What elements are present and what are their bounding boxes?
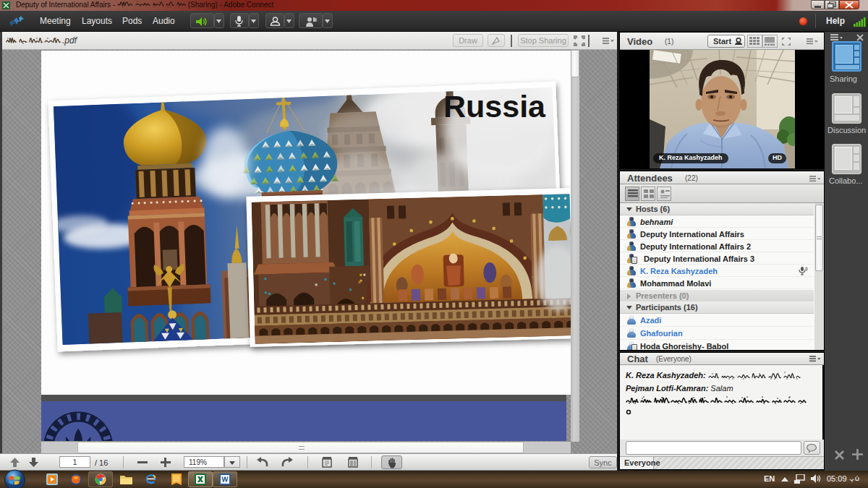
svg-text:Russia: Russia <box>443 89 546 124</box>
